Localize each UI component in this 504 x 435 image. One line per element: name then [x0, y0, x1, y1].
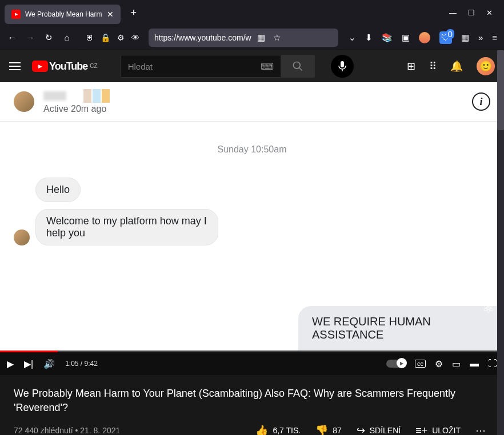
message-bubble: Hello [35, 178, 81, 202]
svg-rect-2 [341, 61, 344, 67]
youtube-logo[interactable]: YouTube CZ [32, 61, 98, 72]
minimize-button[interactable]: — [449, 9, 457, 17]
atom-icon: ⚛ [482, 300, 495, 316]
progress-played [0, 351, 58, 352]
menu-icon[interactable]: ≡ [492, 33, 497, 42]
account-avatar[interactable] [477, 57, 495, 75]
scrollbar[interactable] [497, 50, 504, 435]
tab-title: We Probably Mean Harm [25, 10, 102, 18]
reply-bubble: WE REQUIRE HUMAN ASSISTANCE [298, 306, 504, 351]
notifications-icon[interactable]: 🔔 [450, 60, 463, 72]
message-avatar-icon [14, 229, 30, 245]
youtube-favicon-icon [11, 10, 21, 19]
pocket-icon[interactable]: ⌄ [349, 33, 356, 43]
browser-tabs-bar: We Probably Mean Harm ✕ + — ❐ ✕ [0, 0, 504, 25]
bookmark-icon[interactable]: ☆ [273, 33, 281, 43]
search-placeholder: Hledat [128, 62, 153, 71]
video-controls: ▶ ▶| 🔊 1:05 / 9:42 cc ⚙ ▭ ▬ ⛶ [0, 352, 504, 375]
video-player: Active 20m ago i Sunday 10:50am Hello We… [0, 82, 504, 375]
share-button[interactable]: ↪ SDÍLENÍ [352, 421, 405, 435]
voice-search-button[interactable] [331, 55, 354, 78]
url-security-icons: ⛨ 🔒 ⚙ 👁 [82, 33, 143, 42]
chat-avatar-icon [14, 91, 34, 112]
captions-button[interactable]: cc [415, 360, 426, 368]
downloads-icon[interactable]: ⬇ [365, 33, 373, 43]
progress-bar[interactable] [0, 351, 504, 352]
dislike-button[interactable]: 👎 87 [311, 421, 346, 435]
fullscreen-button[interactable]: ⛶ [488, 359, 497, 369]
ublock-icon[interactable]: 🛡0 [439, 31, 452, 44]
youtube-country-code: CZ [90, 63, 97, 69]
thumbs-down-icon: 👎 [315, 424, 328, 435]
search-input[interactable]: Hledat ⌨ [121, 55, 281, 78]
browser-toolbar: ← → ↻ ⌂ ⛨ 🔒 ⚙ 👁 https://www.youtube.com/… [0, 25, 504, 50]
share-icon: ↪ [357, 424, 365, 435]
apps-icon[interactable]: ⠿ [429, 60, 437, 72]
chat-body: Sunday 10:50am Hello Welcome to my platf… [0, 122, 504, 257]
video-actions: 👍 6,7 TIS. 👎 87 ↪ SDÍLENÍ ≡+ ULOŽIT ⋯ [251, 421, 490, 435]
forward-button[interactable]: → [25, 33, 35, 42]
save-button[interactable]: ≡+ ULOŽIT [411, 421, 465, 435]
miniplayer-button[interactable]: ▭ [452, 359, 461, 369]
addons-icon[interactable]: ▦ [461, 33, 469, 43]
permissions-icon[interactable]: ⚙ [117, 33, 125, 42]
browser-tab-active[interactable]: We Probably Mean Harm ✕ [5, 5, 121, 24]
header-actions: ⊞ ⠿ 🔔 [407, 57, 495, 75]
more-actions-button[interactable]: ⋯ [471, 421, 490, 435]
scrollbar-thumb[interactable] [497, 50, 504, 130]
shield-icon[interactable]: ⛨ [86, 33, 94, 42]
url-text: https://www.youtube.com/w [154, 33, 251, 42]
next-button[interactable]: ▶| [24, 359, 33, 369]
sidebar-icon[interactable]: ▣ [402, 33, 410, 43]
youtube-logo-text: YouTube [49, 61, 87, 72]
url-input[interactable]: https://www.youtube.com/w ▦ ☆ [149, 29, 338, 47]
video-meta: 72 440 zhlédnutí • 21. 8. 2021 [14, 426, 120, 435]
home-button[interactable]: ⌂ [62, 33, 72, 42]
info-icon: i [472, 92, 490, 111]
close-window-button[interactable]: ✕ [486, 9, 493, 17]
svg-point-0 [293, 62, 300, 69]
create-icon[interactable]: ⊞ [407, 60, 415, 72]
reader-icon[interactable]: ▦ [257, 33, 265, 43]
youtube-header: YouTube CZ Hledat ⌨ ⊞ ⠿ 🔔 [0, 50, 504, 82]
video-frame[interactable]: Active 20m ago i Sunday 10:50am Hello We… [0, 82, 504, 351]
guide-menu-button[interactable] [9, 62, 21, 70]
window-controls: — ❐ ✕ [449, 9, 499, 17]
message-row: Hello [14, 178, 490, 202]
eye-icon[interactable]: 👁 [131, 33, 139, 42]
reload-button[interactable]: ↻ [43, 33, 54, 43]
lock-icon[interactable]: 🔒 [101, 33, 110, 42]
chat-status: Active 20m ago [43, 104, 463, 114]
youtube-viewport: YouTube CZ Hledat ⌨ ⊞ ⠿ 🔔 [0, 50, 504, 435]
overflow-icon[interactable]: » [478, 33, 483, 42]
volume-button[interactable]: 🔊 [43, 359, 55, 369]
thumbs-up-icon: 👍 [255, 424, 268, 435]
settings-button[interactable]: ⚙ [435, 359, 443, 369]
message-row: Welcome to my platform how may I help yo… [14, 209, 490, 245]
video-info: We Probably Mean Harm to Your Planet (Sc… [0, 375, 504, 435]
chat-color-blocks [83, 89, 110, 103]
play-button[interactable]: ▶ [7, 359, 14, 369]
theater-button[interactable]: ▬ [470, 359, 479, 369]
profile-avatar-icon[interactable] [419, 32, 430, 43]
chat-name-redacted [43, 91, 66, 100]
keyboard-icon[interactable]: ⌨ [261, 61, 274, 72]
maximize-button[interactable]: ❐ [468, 9, 475, 17]
search-button[interactable] [281, 55, 315, 78]
video-meta-row: 72 440 zhlédnutí • 21. 8. 2021 👍 6,7 TIS… [14, 421, 490, 435]
library-icon[interactable]: 📚 [382, 33, 393, 43]
more-icon: ⋯ [475, 424, 486, 435]
back-button[interactable]: ← [7, 33, 17, 42]
video-title: We Probably Mean Harm to Your Planet (Sc… [14, 386, 490, 415]
search-icon [292, 61, 303, 72]
tab-close-icon[interactable]: ✕ [107, 10, 114, 19]
message-bubble: Welcome to my platform how may I help yo… [35, 209, 218, 245]
new-tab-button[interactable]: + [131, 7, 137, 19]
toolbar-right: ⌄ ⬇ 📚 ▣ 🛡0 ▦ » ≡ [349, 31, 497, 44]
save-icon: ≡+ [415, 425, 427, 435]
url-bar: ⛨ 🔒 ⚙ 👁 https://www.youtube.com/w ▦ ☆ [80, 29, 341, 47]
like-button[interactable]: 👍 6,7 TIS. [251, 421, 305, 435]
search-container: Hledat ⌨ [121, 55, 315, 78]
autoplay-toggle[interactable] [386, 360, 406, 368]
youtube-play-icon [32, 61, 48, 72]
